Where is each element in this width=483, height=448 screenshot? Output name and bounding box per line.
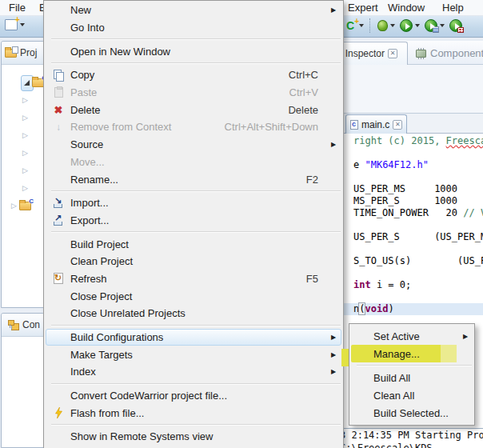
- menu-item-refresh[interactable]: RefreshF5: [46, 270, 341, 288]
- collapsed-twisty-icon[interactable]: ▷: [22, 97, 28, 104]
- collapsed-twisty-icon[interactable]: ▷: [22, 185, 28, 192]
- tab-component-inspector[interactable]: t Inspector ✕: [334, 42, 408, 65]
- menu-icon-slot: [46, 43, 70, 59]
- menu-icon-slot: [46, 288, 70, 304]
- menu-item-shortcut: Ctrl+V: [289, 86, 318, 98]
- menu-separator: [51, 60, 341, 66]
- menu-item-go-into[interactable]: Go Into: [46, 19, 341, 37]
- code-line: n(void): [340, 303, 483, 315]
- menu-item-label: Index: [70, 366, 318, 378]
- editor-tabbar: main.c ✕: [339, 113, 483, 134]
- menu-item-move[interactable]: Move...: [46, 154, 341, 171]
- menu-item-label: Export...: [70, 214, 318, 226]
- bottom-left-tabbar[interactable]: Con: [2, 314, 44, 337]
- console-view[interactable]: 3 2:14:35 PM Starting ProcC:\Freescale\K…: [339, 428, 483, 448]
- menu-item-label: Manage...: [373, 348, 450, 360]
- menu-item-build-project[interactable]: Build Project: [46, 235, 341, 253]
- menu-item-rename[interactable]: Rename...F2: [46, 170, 341, 188]
- tab-main-c[interactable]: main.c ✕: [345, 114, 407, 134]
- chevron-down-icon[interactable]: [440, 24, 445, 27]
- inspector-tab-label: t Inspector: [340, 48, 385, 59]
- chevron-down-icon[interactable]: [390, 24, 395, 27]
- menu-separator: [51, 229, 341, 235]
- collapsed-twisty-icon[interactable]: ▷: [22, 150, 28, 157]
- menu-item-show-in-remote-systems-view[interactable]: Show in Remote Systems view: [46, 428, 341, 446]
- component-tab-label: Component: [430, 47, 483, 59]
- collapsed-twisty-icon[interactable]: ▷: [11, 202, 17, 210]
- profile-button[interactable]: [423, 18, 446, 33]
- menu-window[interactable]: Window: [385, 2, 427, 14]
- menu-item-flash-from-file[interactable]: Flash from file...: [46, 404, 341, 422]
- collapsed-twisty-icon[interactable]: ▷: [22, 167, 28, 174]
- run-button[interactable]: [398, 18, 421, 33]
- menu-item-close-unrelated-projects[interactable]: Close Unrelated Projects: [46, 305, 341, 322]
- menu-item-build-all[interactable]: Build All: [351, 369, 473, 386]
- connections-icon: [8, 320, 19, 330]
- collapsed-twisty-icon[interactable]: ▷: [22, 132, 28, 139]
- run-external-button[interactable]: [448, 18, 464, 33]
- menu-item-make-targets[interactable]: Make Targets▶: [46, 346, 341, 363]
- menu-item-delete[interactable]: ✖DeleteDelete: [46, 101, 341, 118]
- menu-item-label: Build All: [373, 372, 450, 384]
- menu-item-build-configurations[interactable]: Build Configurations▶: [46, 329, 341, 346]
- c-project-folder-icon: C: [32, 78, 44, 87]
- new-file-button[interactable]: [3, 18, 26, 31]
- menu-icon-slot: [351, 327, 373, 345]
- menu-item-convert-codewarrior-project-file[interactable]: Convert CodeWarrior project file...: [46, 387, 341, 405]
- menu-icon-slot: [351, 386, 373, 404]
- tree-project-row[interactable]: C: [2, 74, 44, 91]
- new-c-project-button[interactable]: C: [342, 18, 365, 33]
- code-line: [340, 291, 483, 303]
- menu-item-clean-all[interactable]: Clean All: [351, 386, 473, 404]
- collapsed-twisty-icon[interactable]: ▷: [22, 114, 28, 122]
- menu-item-paste[interactable]: PasteCtrl+V: [46, 84, 341, 102]
- tree-item-row[interactable]: ▷: [2, 126, 44, 144]
- tree-item-row[interactable]: ▷: [2, 179, 44, 197]
- menu-item-new[interactable]: New▶: [46, 2, 341, 19]
- menu-item-label: Close Project: [70, 290, 318, 302]
- menu-expert[interactable]: Expert: [345, 2, 381, 14]
- menu-item-shortcut: Delete: [288, 104, 318, 116]
- menu-file[interactable]: File: [6, 2, 28, 14]
- chevron-down-icon[interactable]: [20, 23, 25, 26]
- menu-item-remove-from-context[interactable]: ↓Remove from ContextCtrl+Alt+Shift+Down: [46, 118, 341, 136]
- new-c-project-icon: C: [344, 19, 357, 32]
- close-icon[interactable]: ✕: [388, 49, 397, 58]
- code-line: US_PER_MS 1000: [340, 183, 483, 195]
- menu-item-export[interactable]: ↗Export...: [46, 212, 341, 230]
- menu-item-open-in-new-window[interactable]: Open in New Window: [46, 42, 341, 60]
- menu-help[interactable]: Help: [440, 2, 466, 14]
- chevron-down-icon[interactable]: [415, 24, 420, 27]
- menu-icon-slot: [46, 154, 70, 170]
- menu-item-label: Convert CodeWarrior project file...: [70, 390, 318, 402]
- menu-item-label: New: [70, 4, 318, 16]
- project-explorer-tabbar[interactable]: Proj: [2, 42, 44, 65]
- menu-item-build-selected[interactable]: Build Selected...: [351, 404, 473, 422]
- tab-component[interactable]: Component: [411, 42, 483, 65]
- menu-item-index[interactable]: Index▶: [46, 363, 341, 381]
- menu-item-set-active[interactable]: Set Active▶: [351, 327, 473, 345]
- expanded-twisty-icon[interactable]: [24, 80, 30, 86]
- tree-item-row[interactable]: ▷: [2, 162, 44, 179]
- menu-item-source[interactable]: Source▶: [46, 136, 341, 154]
- debug-button[interactable]: [376, 19, 397, 32]
- submenu-arrow-icon: ▶: [331, 351, 341, 358]
- code-line: right (c) 2015, Freescale: [340, 135, 483, 147]
- menu-icon-slot: [46, 346, 70, 362]
- code-line: S_TO_US(s) (US_PE: [340, 255, 483, 267]
- tree-item-row[interactable]: ▷: [2, 109, 44, 126]
- menu-item-clean-project[interactable]: Clean Project: [46, 253, 341, 270]
- menu-item-close-project[interactable]: Close Project: [46, 287, 341, 305]
- menu-item-copy[interactable]: CopyCtrl+C: [46, 66, 341, 84]
- chevron-down-icon[interactable]: [359, 24, 364, 27]
- menu-item-manage[interactable]: Manage...: [351, 345, 473, 362]
- close-icon[interactable]: ✕: [393, 120, 402, 130]
- menu-item-label: Build Configurations: [70, 331, 318, 343]
- menu-item-import[interactable]: ↘Import...: [46, 194, 341, 212]
- tree-item-row[interactable]: ▷: [2, 91, 44, 109]
- tree-project-row[interactable]: ▷C: [2, 197, 44, 214]
- menu-item-label: Go Into: [70, 22, 318, 34]
- run-external-icon: [449, 19, 462, 32]
- tree-item-row[interactable]: ▷: [2, 144, 44, 162]
- menu-item-label: Clean All: [373, 390, 450, 402]
